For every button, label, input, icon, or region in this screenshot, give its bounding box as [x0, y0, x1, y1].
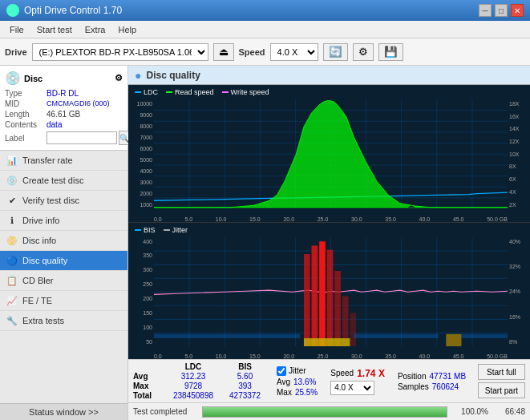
disc-mid-value: CMCMAGDI6 (000) [47, 99, 110, 108]
main-area: ● Disc quality LDC Read speed [128, 66, 530, 420]
menu-start-test[interactable]: Start test [30, 23, 79, 36]
chart-top-legend: LDC Read speed Write speed [135, 88, 269, 96]
ldc-header: LDC [165, 362, 221, 371]
speed-row: Speed 1.74 X [330, 368, 385, 379]
disc-mid-row: MID CMCMAGDI6 (000) [5, 99, 123, 108]
top-y-axis-right: 2X 4X 6X 8X 10X 12X 14X 16X 18X [508, 99, 530, 209]
svg-rect-37 [312, 245, 318, 346]
read-dot [166, 91, 172, 93]
nav-disc-info[interactable]: 📀 Disc info [0, 231, 127, 251]
nav-verify-test-disc[interactable]: ✔ Verify test disc [0, 191, 127, 211]
save-button[interactable]: 💾 [378, 43, 403, 61]
read-label: Read speed [175, 88, 214, 96]
svg-rect-39 [327, 249, 334, 346]
stats-table: LDC BIS Avg 312.23 5.60 Max 9728 393 T [133, 362, 267, 400]
menu-extra[interactable]: Extra [79, 23, 112, 36]
bis-dot [135, 229, 141, 231]
menu-bar: File Start test Extra Help [0, 21, 530, 38]
avg-bis: 5.60 [223, 372, 267, 381]
start-full-button[interactable]: Start full [478, 364, 525, 380]
chart-header: ● Disc quality [128, 66, 530, 85]
verify-test-disc-icon: ✔ [6, 195, 18, 206]
disc-type-value: BD-R DL [47, 89, 79, 98]
progress-bar [202, 406, 447, 418]
disc-label-input[interactable] [47, 131, 117, 144]
jitter-header-row: Jitter [277, 366, 318, 376]
avg-ldc: 312.23 [165, 372, 221, 381]
legend-jitter: Jitter [164, 226, 188, 234]
nav-cd-bler[interactable]: 📋 CD Bler [0, 271, 127, 291]
eject-button[interactable]: ⏏ [213, 43, 234, 61]
nav-fe-te[interactable]: 📈 FE / TE [0, 291, 127, 311]
speed-dropdown[interactable]: 4.0 X [330, 381, 374, 395]
drive-label: Drive [5, 47, 27, 57]
progress-fill [203, 407, 447, 417]
elapsed-time: 66:48 [493, 407, 525, 416]
position-row: Position 47731 MB [398, 372, 466, 381]
top-y-axis-left: 1000 2000 3000 4000 5000 6000 7000 8000 … [128, 99, 154, 209]
start-part-button[interactable]: Start part [478, 382, 525, 398]
disc-mid-label: MID [5, 99, 47, 108]
position-value: 47731 MB [429, 372, 466, 381]
nav-extra-tests[interactable]: 🔧 Extra tests [0, 311, 127, 331]
bottom-chart-svg [154, 237, 508, 347]
refresh-button[interactable]: 🔄 [323, 43, 348, 61]
svg-rect-40 [334, 271, 341, 347]
write-label: Write speed [231, 88, 269, 96]
menu-help[interactable]: Help [111, 23, 143, 36]
drive-select[interactable]: (E:) PLEXTOR BD-R PX-LB950SA 1.06 [32, 43, 208, 61]
chart-top: LDC Read speed Write speed [128, 85, 530, 223]
extra-tests-icon: 🔧 [6, 315, 18, 326]
cd-bler-icon: 📋 [6, 275, 18, 286]
status-text: Test completed [133, 407, 197, 416]
disc-settings-icon[interactable]: ⚙ [115, 73, 123, 83]
bottom-y-axis-left: 50 100 150 200 250 300 350 400 [128, 237, 154, 347]
max-ldc: 9728 [165, 382, 221, 390]
jitter-avg-value: 13.6% [293, 378, 316, 386]
speed-label: Speed [239, 47, 265, 57]
speed-select[interactable]: 4.0 X [270, 43, 318, 61]
stats-row: LDC BIS Avg 312.23 5.60 Max 9728 393 T [133, 362, 525, 400]
bis-header: BIS [223, 362, 267, 371]
speed-label: Speed [330, 369, 354, 378]
menu-file[interactable]: File [3, 23, 30, 36]
jitter-checkbox[interactable] [277, 366, 286, 376]
minimize-button[interactable]: ─ [479, 4, 492, 17]
nav-create-test-disc[interactable]: 💿 Create test disc [0, 171, 127, 191]
legend-bis: BIS [135, 226, 156, 234]
svg-rect-38 [319, 241, 326, 346]
jitter-max-value: 25.5% [295, 388, 318, 397]
disc-panel-title: Disc [24, 74, 42, 83]
nav-drive-info[interactable]: ℹ Drive info [0, 211, 127, 231]
speed-stats: Speed 1.74 X 4.0 X [330, 368, 385, 395]
total-bis: 4273372 [223, 391, 267, 400]
position-stats: Position 47731 MB Samples 760624 [398, 372, 466, 391]
settings-button[interactable]: ⚙ [353, 43, 374, 61]
disc-label-row: Label 🔍 [5, 131, 123, 145]
ldc-label: LDC [144, 88, 158, 96]
progress-area: Test completed 100.0% 66:48 [128, 402, 530, 420]
speed-value: 1.74 X [357, 368, 385, 379]
jitter-max-row: Max 25.5% [277, 388, 318, 397]
svg-rect-47 [461, 333, 508, 337]
chart-header-icon: ● [135, 69, 141, 82]
nav-disc-quality[interactable]: 🔵 Disc quality [0, 251, 127, 271]
jitter-label: Jitter [289, 366, 306, 375]
svg-rect-45 [154, 333, 300, 337]
total-ldc: 238450898 [165, 391, 221, 400]
position-label: Position [398, 372, 427, 381]
max-bis: 393 [223, 382, 267, 390]
status-window-button[interactable]: Status window >> [0, 403, 127, 420]
jitter-stats: Jitter Avg 13.6% Max 25.5% [277, 366, 318, 397]
maximize-button[interactable]: □ [495, 4, 508, 17]
close-button[interactable]: ✕ [511, 4, 524, 17]
bis-label: BIS [144, 226, 156, 234]
svg-rect-43 [304, 338, 350, 347]
nav-transfer-rate[interactable]: 📊 Transfer rate [0, 151, 127, 171]
chart-bottom: BIS Jitter [128, 223, 530, 360]
write-dot [222, 91, 229, 93]
disc-length-value: 46.61 GB [47, 110, 80, 119]
svg-rect-36 [304, 254, 310, 347]
disc-length-label: Length [5, 110, 47, 119]
progress-percent: 100.0% [452, 407, 488, 416]
